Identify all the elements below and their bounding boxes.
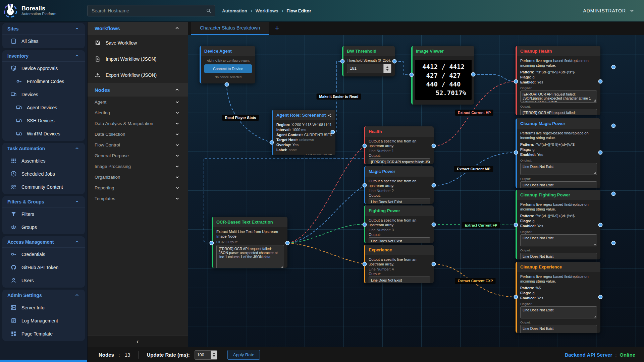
connection-handle[interactable]: [432, 223, 436, 227]
apply-rate-button[interactable]: Apply Rate: [227, 350, 260, 360]
node-device-agent[interactable]: Device Agent Right-Click to Configure Ag…: [200, 46, 255, 83]
share-icon[interactable]: [327, 113, 332, 118]
tab-character-status-breakdown[interactable]: Character Status Breakdown: [191, 21, 269, 35]
connection-handle[interactable]: [598, 295, 603, 299]
node-category-reporting[interactable]: Reporting: [87, 182, 188, 193]
node-cleanup-experience[interactable]: Cleanup Experience Performs live regex-b…: [516, 262, 600, 333]
sidebar-item-credentials[interactable]: Credentials: [2, 248, 85, 261]
sidebar-item-all-sites[interactable]: All Sites: [2, 35, 85, 48]
sidebar-item-filters[interactable]: Filters: [2, 207, 85, 221]
connection-handle[interactable]: [363, 262, 367, 266]
node-category-data-analysis[interactable]: Data Analysis & Manipulation: [87, 118, 188, 129]
output-field[interactable]: Line Does Not Exist: [520, 181, 597, 188]
sidebar-section-inventory[interactable]: Inventory: [2, 50, 85, 62]
save-workflow-button[interactable]: Save Workflow: [87, 35, 188, 51]
connection-handle[interactable]: [514, 150, 518, 155]
fighting-output-field[interactable]: Line Does Not Exist: [369, 237, 430, 243]
sidebar-section-task-automation[interactable]: Task Automation: [2, 143, 85, 154]
node-category-data-collection[interactable]: Data Collection: [87, 129, 188, 139]
output-field[interactable]: Line Does Not Exist: [520, 253, 597, 259]
node-category-agent[interactable]: Agent: [87, 97, 188, 107]
sidebar-item-groups[interactable]: Groups: [2, 221, 85, 234]
connection-handle[interactable]: [514, 295, 518, 299]
sidebar-item-agent-devices[interactable]: Agent Devices: [2, 101, 85, 114]
sidebar-item-ssh-devices[interactable]: SSH Devices: [2, 114, 85, 127]
connection-handle[interactable]: [611, 124, 616, 128]
connection-handle[interactable]: [210, 241, 214, 245]
sidebar-item-enrollment-codes[interactable]: Enrollment Codes: [2, 75, 85, 88]
connection-handle[interactable]: [410, 73, 414, 77]
connection-handle[interactable]: [363, 183, 367, 188]
threshold-input[interactable]: [347, 64, 383, 73]
update-rate-field[interactable]: [195, 350, 217, 360]
node-health[interactable]: Health Output a specific line from an up…: [364, 126, 434, 164]
sidebar-item-community-content[interactable]: Community Content: [2, 180, 85, 193]
connection-handle[interactable]: [598, 150, 603, 155]
import-workflow-button[interactable]: Import Workflow (JSON): [87, 51, 188, 67]
node-magic-power[interactable]: Magic Power Output a specific line from …: [364, 166, 434, 204]
output-field[interactable]: [ERROR] OCR API request failed: JSON.par…: [520, 109, 597, 115]
sidebar-item-devices[interactable]: Devices: [2, 88, 85, 101]
update-rate-input[interactable]: [195, 351, 211, 359]
connection-handle[interactable]: [611, 241, 616, 245]
connection-handle[interactable]: [514, 223, 518, 227]
connection-handle[interactable]: [598, 223, 603, 227]
sidebar-item-log-management[interactable]: Log Management: [2, 314, 85, 327]
sidebar-item-github-api-token[interactable]: GitHub API Token: [2, 261, 85, 274]
connection-handle[interactable]: [340, 59, 345, 64]
connection-handle[interactable]: [392, 59, 397, 64]
number-spinner[interactable]: [211, 351, 217, 359]
connection-handle[interactable]: [611, 192, 616, 196]
sidebar-section-admin-settings[interactable]: Admin Settings: [2, 290, 85, 301]
node-category-organization[interactable]: Organization: [87, 172, 188, 182]
node-category-general-purpose[interactable]: General Purpose: [87, 150, 188, 161]
connection-handle[interactable]: [363, 223, 367, 227]
original-field[interactable]: Line Does Not Exist: [520, 306, 597, 318]
ocr-output-field[interactable]: [ERROR] OCR API request failed: JSON.par…: [216, 245, 284, 268]
number-spinner[interactable]: [383, 64, 391, 73]
connection-handle[interactable]: [331, 130, 335, 134]
connection-handle[interactable]: [514, 79, 518, 84]
node-bw-threshold[interactable]: BW Threshold Threshold Strength (0–255):: [342, 46, 395, 76]
connection-handle[interactable]: [270, 140, 274, 145]
node-ocr-text-extraction[interactable]: OCR-Based Text Extraction Extract Multi-…: [212, 217, 287, 268]
flow-canvas[interactable]: Device Agent Right-Click to Configure Ag…: [188, 35, 644, 347]
node-category-templates[interactable]: Templates: [87, 193, 188, 204]
nodes-section-header[interactable]: Nodes: [87, 83, 188, 97]
sidebar-item-winrm-devices[interactable]: WinRM Devices: [2, 127, 85, 140]
node-category-image-processing[interactable]: Image Processing: [87, 161, 188, 172]
output-field[interactable]: Line Does Not Exist: [520, 325, 597, 333]
connection-handle[interactable]: [471, 72, 476, 77]
connection-handle[interactable]: [225, 82, 229, 87]
sidebar-item-page-template[interactable]: Page Template: [2, 327, 85, 340]
add-tab-button[interactable]: +: [269, 21, 285, 35]
sidebar-item-device-approvals[interactable]: Device Approvals: [2, 62, 85, 75]
sidebar-item-server-info[interactable]: Server Info: [2, 301, 85, 314]
connection-handle[interactable]: [611, 65, 616, 69]
export-workflow-button[interactable]: Export Workflow (JSON): [87, 67, 188, 83]
node-category-alerting[interactable]: Alerting: [87, 107, 188, 118]
magic-output-field[interactable]: Line Does Not Exist: [369, 198, 430, 204]
sidebar-scroll-indicator[interactable]: [0, 360, 87, 362]
sidebar-item-scheduled-jobs[interactable]: Scheduled Jobs: [2, 167, 85, 180]
connection-handle[interactable]: [363, 144, 367, 148]
node-cleanup-magic-power[interactable]: Cleanup Magic Power Performs live regex-…: [516, 118, 600, 188]
node-cleanup-fighting-power[interactable]: Cleanup Fighting Power Performs live reg…: [516, 190, 600, 259]
experience-output-field[interactable]: Line Does Not Exist: [369, 277, 430, 283]
node-experience[interactable]: Experience Output a specific line from a…: [364, 245, 434, 283]
connection-handle[interactable]: [432, 183, 436, 188]
sidebar-section-access-management[interactable]: Access Management: [2, 236, 85, 248]
connection-handle[interactable]: [598, 79, 603, 84]
sidebar-item-users[interactable]: Users: [2, 274, 85, 287]
sidebar-item-assemblies[interactable]: Assemblies: [2, 154, 85, 167]
search-input[interactable]: [88, 8, 206, 13]
breadcrumb-automation[interactable]: Automation: [222, 8, 247, 13]
node-image-viewer[interactable]: Image Viewer 4412 / 4412 427 / 427 440 /…: [411, 46, 474, 105]
hostname-search[interactable]: [87, 5, 215, 16]
sidebar-section-filters-groups[interactable]: Filters & Groups: [2, 196, 85, 207]
user-menu[interactable]: ADMINISTRATOR: [583, 0, 635, 21]
connect-to-device-button[interactable]: Connect to Device: [204, 64, 252, 73]
node-category-flow-control[interactable]: Flow Control: [87, 139, 188, 150]
original-field[interactable]: Line Does Not Exist: [520, 163, 597, 175]
collapse-panel-button[interactable]: ‹: [87, 336, 188, 347]
